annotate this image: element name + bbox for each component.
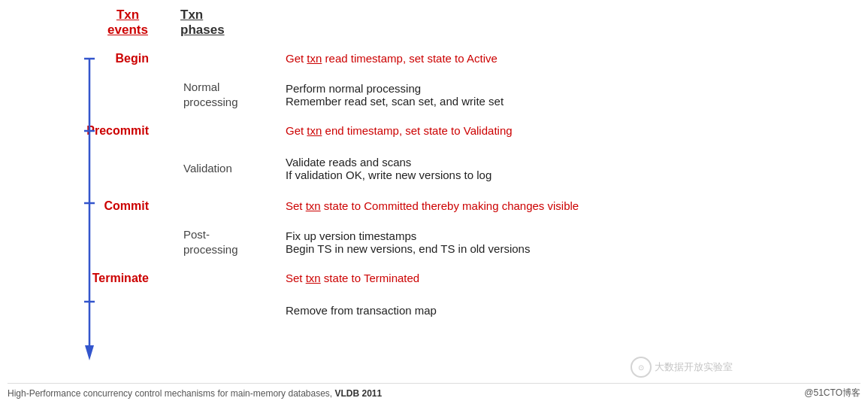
content-normal: Perform normal processing Remember read … (271, 82, 868, 108)
footer-left: High-Performance concurrency control mec… (8, 388, 382, 399)
terminate-label: Terminate (92, 272, 149, 285)
content-rows: Begin Get txn read timestamp, set state … (75, 44, 868, 329)
watermark-icon: ⊙ (631, 357, 652, 378)
content-begin: Get txn read timestamp, set state to Act… (271, 52, 868, 65)
header-txn-phases: Txn phases (180, 8, 286, 38)
footer-vldb: VLDB 2011 (335, 388, 383, 399)
svg-marker-1 (85, 345, 94, 360)
normal-text-2: Remember read set, scan set, and write s… (286, 95, 868, 108)
normal-phase-label: Normalprocessing (183, 80, 238, 108)
validation-text-1: Validate reads and scans (286, 156, 868, 169)
footer-right: @51CTO博客 (804, 387, 860, 399)
commit-red-text: Set txn state to Committed thereby makin… (286, 199, 579, 212)
header-row: Txn events Txn phases (0, 8, 868, 38)
post-phase-label: Post-processing (183, 228, 238, 256)
content-remove: Remove from transaction map (271, 304, 868, 317)
commit-label: Commit (104, 199, 149, 213)
content-validation: Validate reads and scans If validation O… (271, 156, 868, 181)
content-commit: Set txn state to Committed thereby makin… (271, 199, 868, 212)
phase-normal: Normalprocessing (173, 80, 271, 109)
phase-validation: Validation (173, 161, 271, 176)
timeline-svg (81, 44, 98, 383)
validation-text-2: If validation OK, write new versions to … (286, 169, 868, 181)
begin-label: Begin (116, 52, 149, 65)
row-precommit: Precommit Get txn end timestamp, set sta… (75, 117, 868, 145)
precommit-red-text: Get txn end timestamp, set state to Vali… (286, 124, 513, 137)
main-container: Txn events Txn phases Begin (0, 0, 868, 404)
content-terminate: Set txn state to Terminated (271, 272, 868, 284)
row-begin: Begin Get txn read timestamp, set state … (75, 44, 868, 73)
row-terminate: Terminate Set txn state to Terminated (75, 264, 868, 293)
row-normal: Normalprocessing Perform normal processi… (75, 73, 868, 117)
row-validation: Validation Validate reads and scans If v… (75, 145, 868, 192)
remove-text: Remove from transaction map (286, 304, 868, 317)
normal-text-1: Perform normal processing (286, 82, 868, 95)
post-text-1: Fix up version timestamps (286, 229, 868, 242)
header-txn-events: Txn events (75, 8, 180, 38)
footer: High-Performance concurrency control mec… (8, 383, 860, 399)
row-commit: Commit Set txn state to Committed thereb… (75, 192, 868, 220)
begin-red-text: Get txn read timestamp, set state to Act… (286, 52, 498, 65)
row-remove: Remove from transaction map (75, 293, 868, 329)
watermark: ⊙ 大数据开放实验室 (631, 357, 733, 378)
validation-phase-label: Validation (183, 162, 232, 175)
content-precommit: Get txn end timestamp, set state to Vali… (271, 124, 868, 137)
diagram-wrapper: Begin Get txn read timestamp, set state … (0, 44, 868, 329)
terminate-red-text: Set txn state to Terminated (286, 272, 419, 284)
footer-left-text: High-Performance concurrency control mec… (8, 388, 332, 399)
post-text-2: Begin TS in new versions, end TS in old … (286, 242, 868, 255)
phase-post: Post-processing (173, 227, 271, 257)
content-post: Fix up version timestamps Begin TS in ne… (271, 229, 868, 255)
row-post: Post-processing Fix up version timestamp… (75, 220, 868, 264)
watermark-text: 大数据开放实验室 (655, 360, 733, 374)
